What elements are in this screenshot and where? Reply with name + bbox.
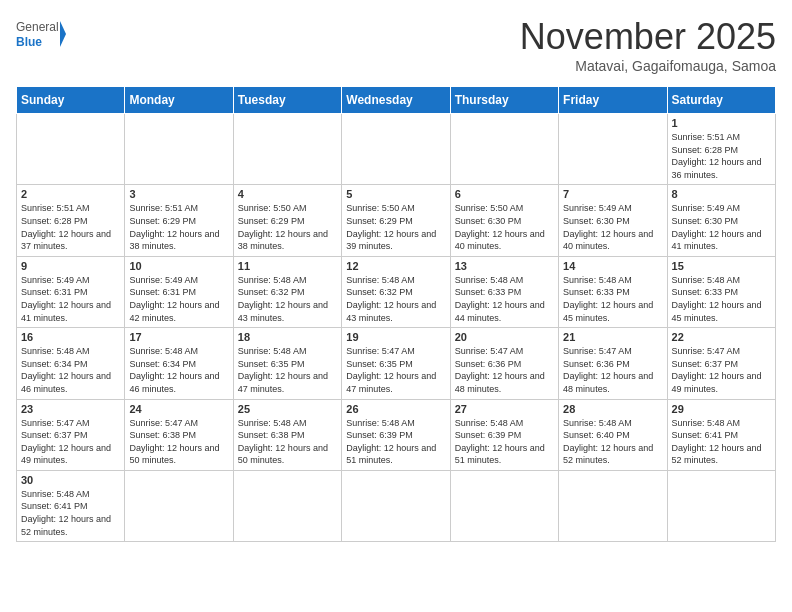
header-tuesday: Tuesday	[233, 87, 341, 114]
logo: General Blue	[16, 16, 66, 56]
day-cell	[342, 470, 450, 541]
calendar-header: SundayMondayTuesdayWednesdayThursdayFrid…	[17, 87, 776, 114]
location-subtitle: Matavai, Gagaifomauga, Samoa	[520, 58, 776, 74]
day-info: Sunrise: 5:51 AM Sunset: 6:29 PM Dayligh…	[129, 202, 228, 252]
day-info: Sunrise: 5:50 AM Sunset: 6:29 PM Dayligh…	[346, 202, 445, 252]
day-cell: 14Sunrise: 5:48 AM Sunset: 6:33 PM Dayli…	[559, 256, 667, 327]
day-cell: 30Sunrise: 5:48 AM Sunset: 6:41 PM Dayli…	[17, 470, 125, 541]
day-cell	[233, 114, 341, 185]
day-cell: 1Sunrise: 5:51 AM Sunset: 6:28 PM Daylig…	[667, 114, 775, 185]
calendar-table: SundayMondayTuesdayWednesdayThursdayFrid…	[16, 86, 776, 542]
day-info: Sunrise: 5:50 AM Sunset: 6:29 PM Dayligh…	[238, 202, 337, 252]
week-row-2: 2Sunrise: 5:51 AM Sunset: 6:28 PM Daylig…	[17, 185, 776, 256]
day-number: 24	[129, 403, 228, 415]
day-cell: 26Sunrise: 5:48 AM Sunset: 6:39 PM Dayli…	[342, 399, 450, 470]
day-number: 8	[672, 188, 771, 200]
week-row-4: 16Sunrise: 5:48 AM Sunset: 6:34 PM Dayli…	[17, 328, 776, 399]
title-area: November 2025 Matavai, Gagaifomauga, Sam…	[520, 16, 776, 74]
day-number: 12	[346, 260, 445, 272]
day-number: 11	[238, 260, 337, 272]
day-number: 23	[21, 403, 120, 415]
day-cell: 19Sunrise: 5:47 AM Sunset: 6:35 PM Dayli…	[342, 328, 450, 399]
day-cell	[450, 470, 558, 541]
week-row-6: 30Sunrise: 5:48 AM Sunset: 6:41 PM Dayli…	[17, 470, 776, 541]
day-cell: 3Sunrise: 5:51 AM Sunset: 6:29 PM Daylig…	[125, 185, 233, 256]
day-info: Sunrise: 5:47 AM Sunset: 6:37 PM Dayligh…	[21, 417, 120, 467]
day-cell: 18Sunrise: 5:48 AM Sunset: 6:35 PM Dayli…	[233, 328, 341, 399]
logo-svg: General Blue	[16, 16, 66, 56]
header-wednesday: Wednesday	[342, 87, 450, 114]
day-cell: 8Sunrise: 5:49 AM Sunset: 6:30 PM Daylig…	[667, 185, 775, 256]
day-number: 2	[21, 188, 120, 200]
day-info: Sunrise: 5:48 AM Sunset: 6:40 PM Dayligh…	[563, 417, 662, 467]
day-number: 22	[672, 331, 771, 343]
header-friday: Friday	[559, 87, 667, 114]
day-info: Sunrise: 5:49 AM Sunset: 6:30 PM Dayligh…	[563, 202, 662, 252]
day-info: Sunrise: 5:48 AM Sunset: 6:35 PM Dayligh…	[238, 345, 337, 395]
day-cell: 11Sunrise: 5:48 AM Sunset: 6:32 PM Dayli…	[233, 256, 341, 327]
day-number: 16	[21, 331, 120, 343]
week-row-1: 1Sunrise: 5:51 AM Sunset: 6:28 PM Daylig…	[17, 114, 776, 185]
day-info: Sunrise: 5:48 AM Sunset: 6:41 PM Dayligh…	[21, 488, 120, 538]
day-cell: 15Sunrise: 5:48 AM Sunset: 6:33 PM Dayli…	[667, 256, 775, 327]
svg-text:Blue: Blue	[16, 35, 42, 49]
day-info: Sunrise: 5:48 AM Sunset: 6:33 PM Dayligh…	[455, 274, 554, 324]
day-info: Sunrise: 5:51 AM Sunset: 6:28 PM Dayligh…	[672, 131, 771, 181]
month-title: November 2025	[520, 16, 776, 58]
day-cell: 10Sunrise: 5:49 AM Sunset: 6:31 PM Dayli…	[125, 256, 233, 327]
day-number: 7	[563, 188, 662, 200]
day-cell: 4Sunrise: 5:50 AM Sunset: 6:29 PM Daylig…	[233, 185, 341, 256]
day-number: 15	[672, 260, 771, 272]
day-info: Sunrise: 5:49 AM Sunset: 6:31 PM Dayligh…	[129, 274, 228, 324]
day-cell	[125, 114, 233, 185]
day-info: Sunrise: 5:48 AM Sunset: 6:34 PM Dayligh…	[21, 345, 120, 395]
day-number: 10	[129, 260, 228, 272]
header-sunday: Sunday	[17, 87, 125, 114]
day-cell: 5Sunrise: 5:50 AM Sunset: 6:29 PM Daylig…	[342, 185, 450, 256]
day-cell	[450, 114, 558, 185]
day-cell: 25Sunrise: 5:48 AM Sunset: 6:38 PM Dayli…	[233, 399, 341, 470]
day-number: 26	[346, 403, 445, 415]
day-cell: 23Sunrise: 5:47 AM Sunset: 6:37 PM Dayli…	[17, 399, 125, 470]
day-info: Sunrise: 5:49 AM Sunset: 6:31 PM Dayligh…	[21, 274, 120, 324]
day-cell: 13Sunrise: 5:48 AM Sunset: 6:33 PM Dayli…	[450, 256, 558, 327]
day-info: Sunrise: 5:49 AM Sunset: 6:30 PM Dayligh…	[672, 202, 771, 252]
header-thursday: Thursday	[450, 87, 558, 114]
day-cell	[342, 114, 450, 185]
header-saturday: Saturday	[667, 87, 775, 114]
day-info: Sunrise: 5:48 AM Sunset: 6:38 PM Dayligh…	[238, 417, 337, 467]
header-monday: Monday	[125, 87, 233, 114]
day-info: Sunrise: 5:50 AM Sunset: 6:30 PM Dayligh…	[455, 202, 554, 252]
day-number: 20	[455, 331, 554, 343]
day-cell	[233, 470, 341, 541]
day-info: Sunrise: 5:48 AM Sunset: 6:41 PM Dayligh…	[672, 417, 771, 467]
day-cell: 6Sunrise: 5:50 AM Sunset: 6:30 PM Daylig…	[450, 185, 558, 256]
day-cell: 22Sunrise: 5:47 AM Sunset: 6:37 PM Dayli…	[667, 328, 775, 399]
day-number: 9	[21, 260, 120, 272]
day-number: 4	[238, 188, 337, 200]
day-cell: 7Sunrise: 5:49 AM Sunset: 6:30 PM Daylig…	[559, 185, 667, 256]
day-number: 17	[129, 331, 228, 343]
day-number: 13	[455, 260, 554, 272]
day-cell: 16Sunrise: 5:48 AM Sunset: 6:34 PM Dayli…	[17, 328, 125, 399]
day-cell	[17, 114, 125, 185]
day-number: 28	[563, 403, 662, 415]
day-cell: 9Sunrise: 5:49 AM Sunset: 6:31 PM Daylig…	[17, 256, 125, 327]
day-number: 5	[346, 188, 445, 200]
day-cell: 20Sunrise: 5:47 AM Sunset: 6:36 PM Dayli…	[450, 328, 558, 399]
day-number: 6	[455, 188, 554, 200]
svg-marker-2	[60, 21, 66, 47]
day-number: 29	[672, 403, 771, 415]
day-number: 21	[563, 331, 662, 343]
week-row-3: 9Sunrise: 5:49 AM Sunset: 6:31 PM Daylig…	[17, 256, 776, 327]
day-cell: 2Sunrise: 5:51 AM Sunset: 6:28 PM Daylig…	[17, 185, 125, 256]
day-info: Sunrise: 5:47 AM Sunset: 6:37 PM Dayligh…	[672, 345, 771, 395]
day-number: 14	[563, 260, 662, 272]
day-info: Sunrise: 5:48 AM Sunset: 6:33 PM Dayligh…	[672, 274, 771, 324]
day-number: 3	[129, 188, 228, 200]
day-cell	[667, 470, 775, 541]
day-number: 30	[21, 474, 120, 486]
day-cell	[125, 470, 233, 541]
day-cell: 17Sunrise: 5:48 AM Sunset: 6:34 PM Dayli…	[125, 328, 233, 399]
day-info: Sunrise: 5:47 AM Sunset: 6:35 PM Dayligh…	[346, 345, 445, 395]
